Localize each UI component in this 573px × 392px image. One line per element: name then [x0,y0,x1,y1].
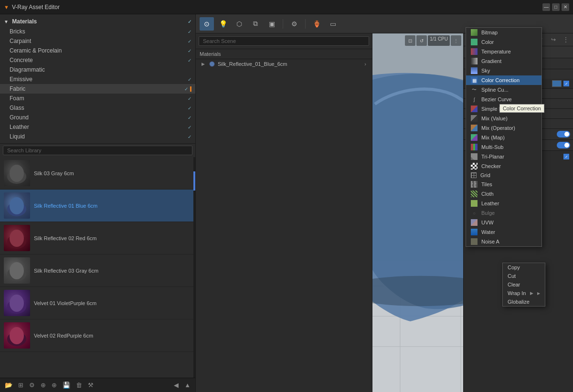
submenu-wrap-in[interactable]: Wrap In ▶ [503,289,545,297]
sidebar-item-emissive[interactable]: Emissive ✓ [0,74,195,84]
asset-silk-red[interactable]: Silk Reflective 02 Red 6cm [0,222,195,254]
toolbar-settings-btn[interactable]: ⚙ [287,17,301,31]
menu-item-checker[interactable]: Checker [466,161,541,171]
menu-item-tri-planar[interactable]: Tri-Planar [466,152,541,161]
open-folder-icon[interactable]: 📂 [4,381,13,390]
menu-item-color-correction[interactable]: ▦ Color Correction [466,75,541,85]
diffuse-color-swatch[interactable] [552,80,562,87]
asset-silk-red-name: Silk Reflective 02 Red 6cm [34,235,96,241]
menu-item-bitmap[interactable]: Bitmap [466,28,541,37]
menu-item-color[interactable]: Color [466,37,541,47]
asset-silk-gray[interactable]: Silk Reflective 03 Gray 6cm [0,254,195,287]
menu-item-spline[interactable]: 〜 Spline Cu... [466,85,541,95]
asset-velvet-red[interactable]: Velvet 02 RedPurple 6cm [0,319,195,352]
toolbar-sphere-btn[interactable]: ⊙ [200,17,214,31]
menu-item-mix-map[interactable]: Mix (Map) [466,133,541,142]
menu-item-mix-value[interactable]: Mix (Value) [466,114,541,123]
menu-item-bulge[interactable]: ○ Bulge [466,208,541,218]
sidebar-item-fabric[interactable]: Fabric ✓ [0,84,195,94]
override-checkbox[interactable]: ✓ [563,154,569,159]
scene-search-bar [196,33,372,49]
asset-silk03[interactable]: Silk 03 Gray 6cm [0,157,195,190]
nav-prev-icon[interactable]: ◀ [173,381,180,390]
liquid-check: ✓ [188,134,191,139]
sidebar-item-ground[interactable]: Ground ✓ [0,113,195,122]
menu-item-grid[interactable]: Grid [466,171,541,180]
diffuse-color-checkbox[interactable]: ✓ [563,81,569,86]
props-more-btn[interactable]: ⋮ [561,34,571,45]
menu-item-cloth[interactable]: Cloth [466,189,541,199]
menu-item-bezier[interactable]: ∫ Bezier Curve [466,95,541,104]
menu-item-multi-sub[interactable]: Multi-Sub [466,142,541,152]
sidebar-item-carpaint[interactable]: Carpaint ✓ [0,36,195,46]
menu-item-tiles[interactable]: Tiles [466,180,541,189]
submenu-clear[interactable]: Clear [503,280,545,289]
toolbar-render-btn[interactable]: ▭ [326,17,340,31]
title-bar-controls[interactable]: — □ ✕ [542,3,569,11]
asset-silk-blue[interactable]: Silk Reflective 01 Blue 6cm [0,190,195,222]
toolbar-cube-btn[interactable]: ⬡ [232,17,246,31]
menu-color-label: Color [481,39,494,45]
submenu-cut[interactable]: Cut [503,272,545,280]
binding-toggle[interactable] [557,142,570,148]
sidebar-item-ceramic[interactable]: Ceramic & Porcelain ✓ [0,46,195,55]
scene-nav-arrow[interactable]: › [362,61,368,67]
menu-item-water[interactable]: Water [466,227,541,237]
asset-list-scrolltrack[interactable] [193,157,195,378]
save-icon[interactable]: 💾 [62,381,71,390]
scene-material-item[interactable]: ▶ Silk_Reflective_01_Blue_6cm › [196,59,372,69]
close-button[interactable]: ✕ [562,3,569,11]
menu-item-uvw[interactable]: UVW [466,218,541,227]
grid-view-icon[interactable]: ⊞ [17,381,24,390]
tools-icon[interactable]: ⚒ [87,381,95,390]
menu-item-gradient[interactable]: Gradient [466,56,541,66]
menu-water-label: Water [481,229,495,235]
sidebar-item-diagrammatic[interactable]: Diagrammatic [0,65,195,74]
submenu-globalize[interactable]: Globalize [503,297,545,306]
sidebar-bottom-toolbar: 📂 ⊞ ⚙ ⊕ ⊕ 💾 🗑 ⚒ ◀ ▲ [0,378,195,392]
menu-item-simple-mix[interactable]: Simple Mix [466,104,541,114]
sidebar-item-concrete[interactable]: Concrete ✓ [0,55,195,65]
sidebar-item-foam[interactable]: Foam ✓ [0,94,195,103]
add-icon[interactable]: ⊕ [40,381,47,390]
sidebar-item-glass[interactable]: Glass ✓ [0,103,195,113]
sidebar-item-bricks[interactable]: Bricks ✓ [0,27,195,36]
menu-item-sky[interactable]: Sky [466,66,541,75]
tree-expand-arrow: ▼ [4,19,9,24]
props-tool3-btn[interactable]: ↪ [548,34,559,45]
asset-list-scrollthumb[interactable] [193,171,195,191]
toolbar-light-btn[interactable]: 💡 [216,17,230,31]
toolbar-plane-btn[interactable]: ▣ [265,17,279,31]
submenu-copy-label: Copy [508,265,520,270]
materials-header[interactable]: ▼ Materials ✓ [0,16,195,27]
viewport-refresh-btn[interactable]: ↺ [416,35,427,46]
maximize-button[interactable]: □ [552,3,560,11]
menu-item-mix-operator[interactable]: Mix (Operator) [466,123,541,133]
sidebar-item-liquid[interactable]: Liquid ✓ [0,132,195,141]
nav-next-icon[interactable]: ▲ [183,381,191,390]
viewport-more-btn[interactable]: ⋮ [451,35,461,46]
viewport-fit-btn[interactable]: ⊡ [405,35,415,46]
ground-label: Ground [10,114,29,121]
settings-icon[interactable]: ⚙ [28,381,36,390]
add2-icon[interactable]: ⊕ [51,381,58,390]
menu-item-noise-a[interactable]: Noise A [466,237,541,246]
scene-search-input[interactable] [199,36,369,46]
menu-item-temperature[interactable]: Temperature [466,47,541,56]
submenu-copy[interactable]: Copy [503,263,545,272]
emissive-check: ✓ [188,77,191,82]
minimize-button[interactable]: — [542,3,550,11]
menu-item-leather[interactable]: Leather [466,199,541,208]
sidebar-item-leather[interactable]: Leather ✓ [0,122,195,132]
temperature-icon [471,48,478,55]
menu-color-correction-label: Color Correction [481,77,520,83]
submenu-globalize-label: Globalize [508,299,530,305]
toolbar-materials-btn[interactable]: 🏺 [309,17,324,31]
toolbar-layers-btn[interactable]: ⧉ [248,17,263,31]
asset-list: Silk 03 Gray 6cm Silk Reflective 01 Blue… [0,157,195,378]
library-search-input[interactable] [3,146,192,155]
delete-icon[interactable]: 🗑 [75,381,83,390]
asset-velvet-purple[interactable]: Velvet 01 VioletPurple 6cm [0,287,195,319]
bump-toggle[interactable] [557,131,570,138]
mix-map-icon [471,134,478,141]
